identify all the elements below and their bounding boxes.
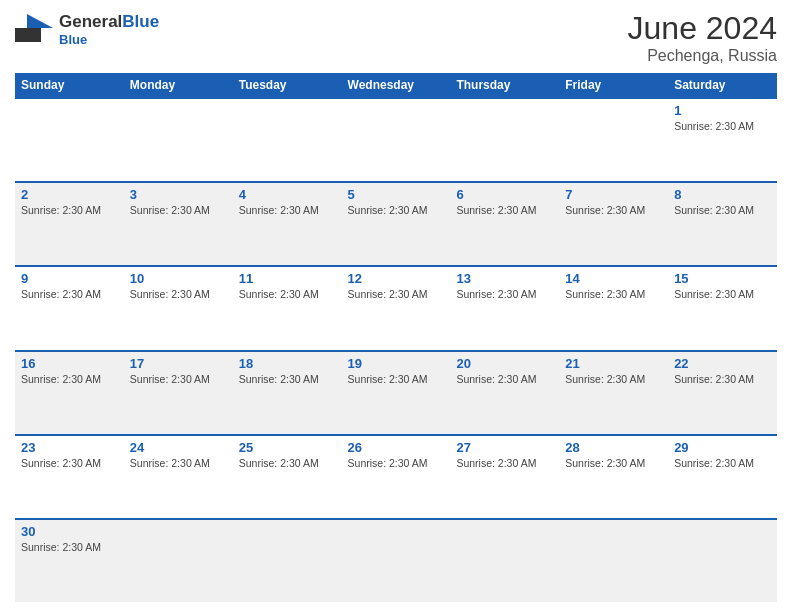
svg-marker-1 — [27, 14, 53, 28]
day-info: Sunrise: 2:30 AM — [21, 204, 118, 216]
cal-cell-r0c1 — [124, 99, 233, 181]
day-number: 2 — [21, 187, 118, 202]
day-number: 10 — [130, 271, 227, 286]
cal-cell-r3c2: 18Sunrise: 2:30 AM — [233, 352, 342, 434]
day-info: Sunrise: 2:30 AM — [130, 288, 227, 300]
cal-cell-r5c3 — [342, 520, 451, 602]
day-number: 29 — [674, 440, 771, 455]
day-number: 22 — [674, 356, 771, 371]
cal-cell-r0c2 — [233, 99, 342, 181]
day-number: 6 — [456, 187, 553, 202]
day-info: Sunrise: 2:30 AM — [674, 120, 771, 132]
cal-cell-r4c2: 25Sunrise: 2:30 AM — [233, 436, 342, 518]
cal-cell-r1c0: 2Sunrise: 2:30 AM — [15, 183, 124, 265]
day-info: Sunrise: 2:30 AM — [239, 373, 336, 385]
day-info: Sunrise: 2:30 AM — [21, 541, 118, 553]
cal-row-1: 2Sunrise: 2:30 AM3Sunrise: 2:30 AM4Sunri… — [15, 181, 777, 265]
day-number: 11 — [239, 271, 336, 286]
weekday-wednesday: Wednesday — [342, 73, 451, 97]
weekday-friday: Friday — [559, 73, 668, 97]
day-number: 17 — [130, 356, 227, 371]
day-number: 20 — [456, 356, 553, 371]
cal-cell-r2c3: 12Sunrise: 2:30 AM — [342, 267, 451, 349]
cal-cell-r5c4 — [450, 520, 559, 602]
cal-cell-r0c4 — [450, 99, 559, 181]
weekday-tuesday: Tuesday — [233, 73, 342, 97]
day-info: Sunrise: 2:30 AM — [348, 288, 445, 300]
logo-name: GeneralBlue — [59, 13, 159, 32]
day-number: 4 — [239, 187, 336, 202]
cal-cell-r1c3: 5Sunrise: 2:30 AM — [342, 183, 451, 265]
day-info: Sunrise: 2:30 AM — [130, 204, 227, 216]
page: GeneralBlue Blue June 2024 Pechenga, Rus… — [0, 0, 792, 612]
cal-cell-r4c3: 26Sunrise: 2:30 AM — [342, 436, 451, 518]
cal-cell-r5c1 — [124, 520, 233, 602]
day-number: 28 — [565, 440, 662, 455]
cal-cell-r0c6: 1Sunrise: 2:30 AM — [668, 99, 777, 181]
day-number: 24 — [130, 440, 227, 455]
day-info: Sunrise: 2:30 AM — [21, 373, 118, 385]
cal-cell-r2c5: 14Sunrise: 2:30 AM — [559, 267, 668, 349]
day-number: 13 — [456, 271, 553, 286]
cal-cell-r0c3 — [342, 99, 451, 181]
day-number: 27 — [456, 440, 553, 455]
day-number: 16 — [21, 356, 118, 371]
cal-row-5: 30Sunrise: 2:30 AM — [15, 518, 777, 602]
calendar-body: 1Sunrise: 2:30 AM2Sunrise: 2:30 AM3Sunri… — [15, 97, 777, 602]
day-info: Sunrise: 2:30 AM — [130, 457, 227, 469]
day-info: Sunrise: 2:30 AM — [239, 204, 336, 216]
day-info: Sunrise: 2:30 AM — [456, 204, 553, 216]
weekday-saturday: Saturday — [668, 73, 777, 97]
day-number: 30 — [21, 524, 118, 539]
day-info: Sunrise: 2:30 AM — [674, 288, 771, 300]
day-number: 26 — [348, 440, 445, 455]
cal-cell-r3c0: 16Sunrise: 2:30 AM — [15, 352, 124, 434]
header: GeneralBlue Blue June 2024 Pechenga, Rus… — [15, 10, 777, 65]
cal-cell-r2c4: 13Sunrise: 2:30 AM — [450, 267, 559, 349]
title-block: June 2024 Pechenga, Russia — [628, 10, 777, 65]
cal-cell-r3c5: 21Sunrise: 2:30 AM — [559, 352, 668, 434]
day-info: Sunrise: 2:30 AM — [674, 373, 771, 385]
day-number: 18 — [239, 356, 336, 371]
cal-row-3: 16Sunrise: 2:30 AM17Sunrise: 2:30 AM18Su… — [15, 350, 777, 434]
cal-cell-r4c4: 27Sunrise: 2:30 AM — [450, 436, 559, 518]
day-info: Sunrise: 2:30 AM — [456, 373, 553, 385]
cal-cell-r5c5 — [559, 520, 668, 602]
cal-row-2: 9Sunrise: 2:30 AM10Sunrise: 2:30 AM11Sun… — [15, 265, 777, 349]
day-number: 8 — [674, 187, 771, 202]
cal-cell-r2c2: 11Sunrise: 2:30 AM — [233, 267, 342, 349]
day-info: Sunrise: 2:30 AM — [565, 204, 662, 216]
month-year: June 2024 — [628, 10, 777, 47]
day-number: 5 — [348, 187, 445, 202]
day-info: Sunrise: 2:30 AM — [674, 457, 771, 469]
cal-cell-r4c0: 23Sunrise: 2:30 AM — [15, 436, 124, 518]
day-info: Sunrise: 2:30 AM — [21, 457, 118, 469]
cal-cell-r0c0 — [15, 99, 124, 181]
cal-cell-r1c1: 3Sunrise: 2:30 AM — [124, 183, 233, 265]
day-number: 3 — [130, 187, 227, 202]
day-info: Sunrise: 2:30 AM — [565, 373, 662, 385]
cal-cell-r5c6 — [668, 520, 777, 602]
cal-cell-r2c6: 15Sunrise: 2:30 AM — [668, 267, 777, 349]
cal-cell-r4c6: 29Sunrise: 2:30 AM — [668, 436, 777, 518]
cal-row-0: 1Sunrise: 2:30 AM — [15, 97, 777, 181]
cal-cell-r3c6: 22Sunrise: 2:30 AM — [668, 352, 777, 434]
svg-rect-0 — [15, 28, 41, 42]
day-number: 25 — [239, 440, 336, 455]
logo-sub: Blue — [59, 32, 159, 47]
day-info: Sunrise: 2:30 AM — [239, 457, 336, 469]
calendar: Sunday Monday Tuesday Wednesday Thursday… — [15, 73, 777, 602]
day-info: Sunrise: 2:30 AM — [348, 373, 445, 385]
day-info: Sunrise: 2:30 AM — [456, 288, 553, 300]
cal-cell-r1c6: 8Sunrise: 2:30 AM — [668, 183, 777, 265]
day-info: Sunrise: 2:30 AM — [348, 457, 445, 469]
cal-cell-r0c5 — [559, 99, 668, 181]
cal-cell-r3c3: 19Sunrise: 2:30 AM — [342, 352, 451, 434]
day-number: 1 — [674, 103, 771, 118]
day-number: 19 — [348, 356, 445, 371]
cal-cell-r2c1: 10Sunrise: 2:30 AM — [124, 267, 233, 349]
cal-cell-r4c5: 28Sunrise: 2:30 AM — [559, 436, 668, 518]
weekday-monday: Monday — [124, 73, 233, 97]
day-info: Sunrise: 2:30 AM — [21, 288, 118, 300]
day-info: Sunrise: 2:30 AM — [239, 288, 336, 300]
